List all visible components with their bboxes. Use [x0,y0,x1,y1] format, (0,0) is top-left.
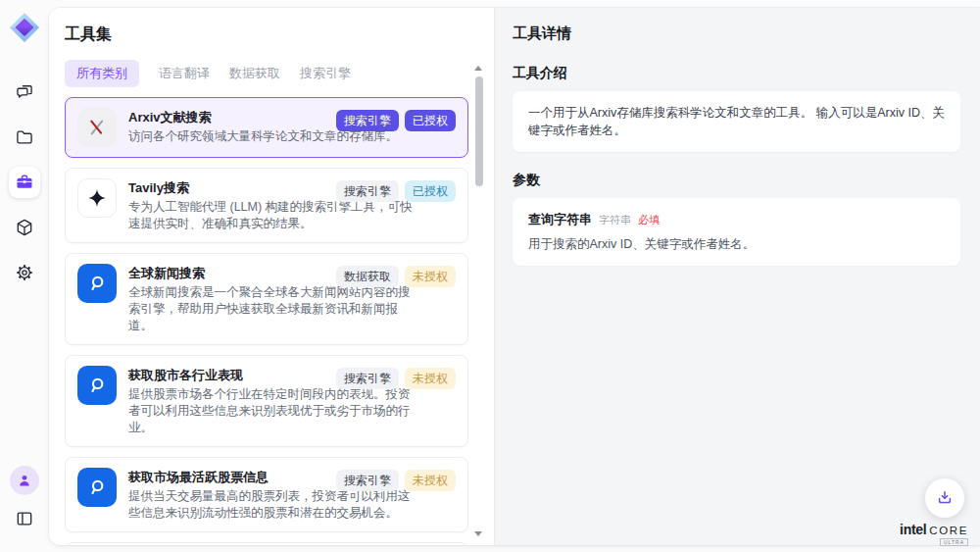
tool-list-item[interactable]: Arxiv文献搜索 访问各个研究领域大量科学论文和文章的存储库。 搜索引擎 已授… [65,97,468,158]
tool-list: Arxiv文献搜索 访问各个研究领域大量科学论文和文章的存储库。 搜索引擎 已授… [65,97,468,545]
global-search-icon [77,264,117,303]
download-button[interactable] [925,478,964,518]
category-tab-1[interactable]: 语言翻译 [159,60,210,87]
sparkle-star-icon [77,178,117,218]
tool-auth-badge: 未授权 [405,470,456,491]
tool-list-item[interactable]: 全球新闻搜索 全球新闻搜索是一个聚合全球各大新闻网站内容的搜索引擎，帮助用户快速… [65,253,468,345]
category-tabs: 所有类别语言翻译数据获取搜索引擎 [65,62,468,85]
tool-auth-badge: 已授权 [405,180,456,202]
tool-details-panel: 工具详情 工具介绍 一个用于从Arxiv存储库搜索科学论文和文章的工具。 输入可… [494,8,980,545]
tool-list-item[interactable]: 获取股市各行业表现 提供股票市场各个行业在特定时间段内的表现。投资者可以利用这些… [65,355,468,447]
chat-icon [15,82,34,102]
global-search-icon [77,468,117,507]
left-rail [0,0,49,552]
tool-auth-badge: 未授权 [405,266,456,287]
ultra-badge: ultra [940,538,968,546]
arxiv-x-icon [77,108,117,147]
scroll-up-arrow[interactable] [474,66,482,71]
param-card: 查询字符串 字符串 必填 用于搜索的Arxiv ID、关键字或作者姓名。 [513,198,960,266]
sidebar-files-button[interactable] [9,122,40,153]
intro-heading: 工具介绍 [513,65,960,82]
intel-wordmark: intel [900,522,926,537]
folder-icon [15,127,34,147]
param-required-badge: 必填 [638,213,660,227]
settings-gear-icon [15,263,34,282]
tool-category-badge: 搜索引擎 [336,180,399,202]
tool-auth-badge: 未授权 [405,368,456,389]
sidebar-tools-button[interactable] [9,167,40,198]
tool-category-badge: 数据获取 [336,266,399,287]
params-heading: 参数 [513,172,960,189]
intel-core-logo: intelcore ultra [900,521,968,538]
main-window: 工具集 所有类别语言翻译数据获取搜索引擎 Arxiv文献搜索 访问各个研究领域大… [49,8,980,545]
sidebar-settings-button[interactable] [9,257,40,288]
intro-text: 一个用于从Arxiv存储库搜索科学论文和文章的工具。 输入可以是Arxiv ID… [528,104,945,139]
scroll-down-arrow[interactable] [474,531,482,536]
app-logo[interactable] [9,12,40,43]
tool-list-item[interactable]: 获取市场最活跃股票信息 提供当天交易量最高的股票列表，投资者可以利用这些信息来识… [65,457,468,532]
collapse-sidebar-button[interactable] [9,503,40,534]
tool-category-badge: 搜索引擎 [336,470,399,491]
param-description: 用于搜索的Arxiv ID、关键字或作者姓名。 [528,236,945,253]
param-type: 字符串 [599,213,631,227]
sidebar-packages-button[interactable] [9,212,40,243]
details-title: 工具详情 [513,25,960,43]
tool-list-item[interactable]: Tavily搜索 专为人工智能代理 (LLM) 构建的搜索引擎工具，可快速提供实… [65,168,468,243]
category-tab-3[interactable]: 搜索引擎 [300,60,351,87]
tools-panel: 工具集 所有类别语言翻译数据获取搜索引擎 Arxiv文献搜索 访问各个研究领域大… [49,8,494,545]
toolbox-icon [15,173,34,192]
category-tab-0[interactable]: 所有类别 [65,60,139,87]
global-search-icon [77,366,117,405]
cube-icon [15,218,34,237]
category-tab-2[interactable]: 数据获取 [229,60,280,87]
tool-description: 专为人工智能代理 (LLM) 构建的搜索引擎工具，可快速提供实时、准确和真实的结… [128,199,415,232]
sidebar-chat-button[interactable] [9,76,40,108]
tool-description: 提供当天交易量最高的股票列表，投资者可以利用这些信息来识别流动性强的股票和潜在的… [128,488,415,522]
tool-auth-badge: 已授权 [405,110,456,131]
intro-card: 一个用于从Arxiv存储库搜索科学论文和文章的工具。 输入可以是Arxiv ID… [513,91,960,152]
split-view-icon [15,509,34,528]
tool-list-item[interactable]: 万维地区新闻查询 查询具体行政区划内的新闻，快速了解各地新闻动 搜索引擎 未授权 [65,542,468,545]
param-name: 查询字符串 [528,211,592,228]
tool-category-badge: 搜索引擎 [336,110,399,131]
page-title: 工具集 [65,25,468,45]
user-avatar-button[interactable] [10,466,39,495]
logo-diamond-icon [9,12,40,43]
download-icon [935,488,955,508]
core-wordmark: core [929,525,968,536]
tool-description: 全球新闻搜索是一个聚合全球各大新闻网站内容的搜索引擎，帮助用户快速获取全球最新资… [128,284,415,334]
scrollbar-thumb[interactable] [475,76,483,186]
tool-category-badge: 搜索引擎 [336,368,399,389]
tool-description: 提供股票市场各个行业在特定时间段内的表现。投资者可以利用这些信息来识别表现优于或… [128,386,415,436]
user-avatar-icon [17,473,32,488]
